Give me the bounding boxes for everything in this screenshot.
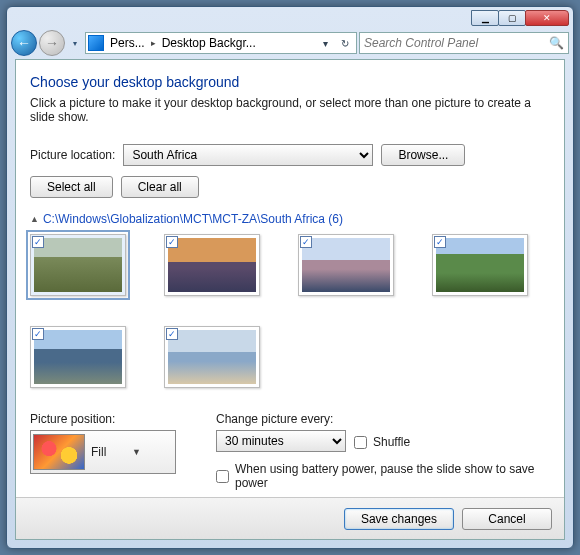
address-bar[interactable]: Pers... ▸ Desktop Backgr... ▾ ↻ — [85, 32, 357, 54]
clear-all-button[interactable]: Clear all — [121, 176, 199, 198]
history-dropdown[interactable]: ▾ — [67, 33, 83, 53]
footer: Save changes Cancel — [16, 497, 564, 539]
address-dropdown[interactable]: ▾ — [316, 38, 334, 49]
thumb-checkbox[interactable]: ✓ — [434, 236, 446, 248]
wallpaper-image — [302, 238, 390, 292]
minimize-button[interactable]: ▁ — [471, 10, 499, 26]
wallpaper-image — [34, 238, 122, 292]
refresh-button[interactable]: ↻ — [336, 38, 354, 49]
bottom-options: Picture position: Fill ▼ Change picture … — [30, 412, 544, 490]
change-interval-select[interactable]: 30 minutes — [216, 430, 346, 452]
client-area: Choose your desktop background Click a p… — [15, 59, 565, 540]
search-box[interactable]: 🔍 — [359, 32, 569, 54]
maximize-button[interactable]: ▢ — [498, 10, 526, 26]
breadcrumb[interactable]: Pers... — [106, 36, 149, 50]
position-value: Fill — [91, 445, 126, 459]
page-subtitle: Click a picture to make it your desktop … — [30, 96, 544, 124]
wallpaper-thumb[interactable]: ✓ — [298, 234, 394, 296]
wallpaper-image — [436, 238, 524, 292]
group-path: C:\Windows\Globalization\MCT\MCT-ZA\Sout… — [43, 212, 343, 226]
location-icon — [88, 35, 104, 51]
wallpaper-thumb[interactable]: ✓ — [432, 234, 528, 296]
close-button[interactable]: ✕ — [525, 10, 569, 26]
picture-position-select[interactable]: Fill ▼ — [30, 430, 176, 474]
change-interval-label: Change picture every: — [216, 412, 544, 426]
content-pane: Choose your desktop background Click a p… — [16, 60, 564, 497]
select-all-button[interactable]: Select all — [30, 176, 113, 198]
forward-button[interactable]: → — [39, 30, 65, 56]
chevron-down-icon: ▼ — [132, 447, 173, 457]
wallpaper-thumb[interactable]: ✓ — [164, 326, 260, 388]
wallpaper-image — [168, 330, 256, 384]
thumb-checkbox[interactable]: ✓ — [300, 236, 312, 248]
window: ▁ ▢ ✕ ← → ▾ Pers... ▸ Desktop Backgr... … — [6, 6, 574, 549]
search-icon: 🔍 — [549, 36, 564, 50]
shuffle-checkbox[interactable] — [354, 436, 367, 449]
thumb-checkbox[interactable]: ✓ — [166, 328, 178, 340]
collapse-icon: ▲ — [30, 214, 39, 224]
battery-pause-label: When using battery power, pause the slid… — [235, 462, 544, 490]
picture-position-label: Picture position: — [30, 412, 176, 426]
picture-location-select[interactable]: South Africa — [123, 144, 373, 166]
thumbnail-grid: ✓ ✓ ✓ ✓ ✓ — [30, 234, 544, 388]
back-button[interactable]: ← — [11, 30, 37, 56]
breadcrumb[interactable]: Desktop Backgr... — [158, 36, 260, 50]
picture-location-label: Picture location: — [30, 148, 115, 162]
wallpaper-image — [168, 238, 256, 292]
save-changes-button[interactable]: Save changes — [344, 508, 454, 530]
thumb-checkbox[interactable]: ✓ — [32, 328, 44, 340]
wallpaper-image — [34, 330, 122, 384]
chevron-right-icon: ▸ — [151, 38, 156, 48]
position-swatch — [33, 434, 85, 470]
cancel-button[interactable]: Cancel — [462, 508, 552, 530]
titlebar: ▁ ▢ ✕ — [7, 7, 573, 27]
group-header[interactable]: ▲ C:\Windows\Globalization\MCT\MCT-ZA\So… — [30, 212, 544, 226]
thumb-checkbox[interactable]: ✓ — [166, 236, 178, 248]
navbar: ← → ▾ Pers... ▸ Desktop Backgr... ▾ ↻ 🔍 — [7, 27, 573, 59]
page-title: Choose your desktop background — [30, 74, 544, 90]
shuffle-label: Shuffle — [373, 435, 410, 449]
battery-pause-checkbox[interactable] — [216, 470, 229, 483]
search-input[interactable] — [364, 36, 549, 50]
wallpaper-thumb[interactable]: ✓ — [30, 234, 126, 296]
wallpaper-thumb[interactable]: ✓ — [30, 326, 126, 388]
thumb-checkbox[interactable]: ✓ — [32, 236, 44, 248]
browse-button[interactable]: Browse... — [381, 144, 465, 166]
wallpaper-thumb[interactable]: ✓ — [164, 234, 260, 296]
